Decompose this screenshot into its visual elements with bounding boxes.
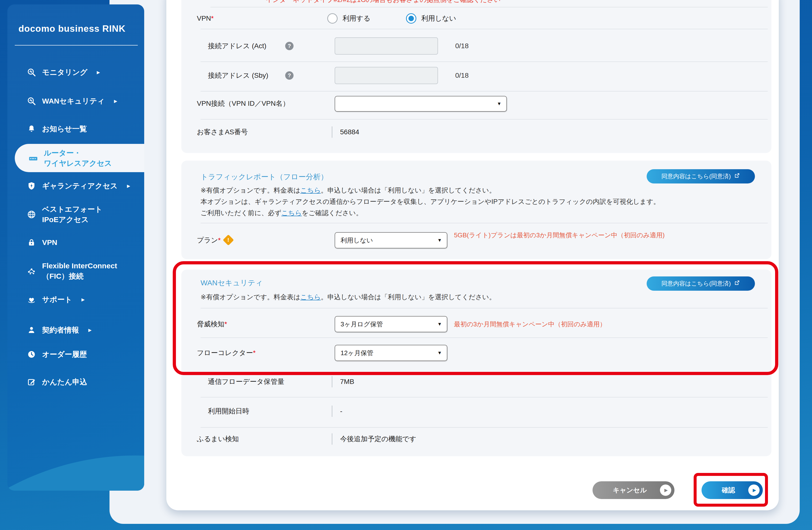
vpn-label: VPN* [197,13,214,24]
behavior-detection-value: 今後追加予定の機能です [340,434,416,444]
divider [201,223,768,223]
sidebar-item-order-history[interactable]: オーダー履歴 [26,349,87,359]
sidebar-item-contractor-info[interactable]: 契約者情報▶ [26,325,91,335]
sidebar-item-vpn[interactable]: VPN [26,237,57,248]
vpn-no-use-radio[interactable] [406,13,416,24]
sidebar-item-support[interactable]: サポート▶ [26,294,85,305]
divider [201,119,768,119]
bell-icon [26,124,37,133]
vpn-connect-select[interactable]: ▼ [335,96,507,112]
divider [201,308,768,308]
vpn-use-radio[interactable] [327,13,338,24]
chevron-down-icon: ▼ [437,238,442,243]
plan-label: プラン* [197,235,221,246]
sidebar-item-router-wireless[interactable]: ルーター・ワイヤレスアクセス [15,144,144,172]
chevron-down-icon: ▼ [497,101,502,106]
threat-detection-label: 脅威検知* [197,319,227,329]
edit-icon [26,378,37,386]
traffic-note-1: ※有償オプションです。料金表はこちら。申込しない場合は「利用しない」を選択してく… [201,186,496,195]
search-pulse-icon [26,68,37,77]
sidebar-item-label: サポート [42,294,72,305]
sidebar-item-label: WANセキュリティ [42,96,105,106]
divider [201,337,768,338]
play-circle-icon: ▶ [748,485,759,496]
as-number-value: 56884 [340,127,359,137]
required-mark: * [253,349,256,357]
required-mark: * [224,320,227,328]
wansec-agreement-button[interactable]: 同意内容はこちら(同意済) [647,277,755,291]
traffic-agreement-button[interactable]: 同意内容はこちら(同意済) [647,169,755,183]
router-icon [28,153,39,163]
vpn-use-radio-label: 利用する [343,13,370,24]
sidebar-item-label: オーダー履歴 [42,349,87,359]
sidebar-item-fic[interactable]: Flexible InterConnect（FIC）接続 [26,261,117,281]
required-mark: * [218,236,221,244]
play-circle-icon: ▶ [660,485,671,496]
flow-collector-select[interactable]: 12ヶ月保管 ▼ [335,345,447,361]
sidebar-divider [15,45,138,45]
sidebar-item-best-effort-ipoe[interactable]: ベストエフォートIPoEアクセス [26,204,102,225]
sidebar-item-label: VPN [42,237,57,248]
help-icon[interactable]: ? [285,71,293,80]
sidebar-item-label: ベストエフォートIPoEアクセス [42,204,102,225]
help-icon[interactable]: ? [285,42,293,50]
chevron-right-icon: ▶ [88,328,91,333]
chevron-right-icon: ▶ [97,70,100,75]
sidebar-item-notices[interactable]: お知らせ一覧 [26,124,87,134]
shield-bolt-icon [26,181,37,190]
lock-icon [26,238,37,247]
network-icon [26,266,37,276]
price-table-link[interactable]: こちら [301,293,321,301]
external-link-icon [734,280,740,288]
vpn-connect-label: VPN接続（VPN ID／VPN名） [197,98,290,109]
clipped-campaign-note: インターネットタイプ#2/#2は1Gの場合もお客さまの拠点側をご確認ください [266,0,541,4]
sidebar-item-label: お知らせ一覧 [42,124,87,134]
divider [201,29,768,29]
act-address-label: 接続アドレス (Act) [208,41,266,51]
flow-storage-label: 通信フローデータ保管量 [208,377,285,387]
sidebar-item-monitoring[interactable]: モニタリング▶ [26,67,100,77]
sidebar-item-guarantee-access[interactable]: ギャランティアクセス▶ [26,181,130,191]
sidebar-item-label: かんたん申込 [42,377,87,387]
sby-address-input[interactable] [335,67,438,84]
app-root: docomo business RINK モニタリング▶WANセキュリティ▶お知… [0,0,812,530]
flow-storage-value: 7MB [340,377,354,387]
plan-select[interactable]: 利用しない ▼ [335,232,447,248]
sidebar: docomo business RINK モニタリング▶WANセキュリティ▶お知… [8,4,144,491]
search-pulse-icon [26,97,37,106]
value-separator [332,433,332,445]
confirm-button[interactable]: 確認 ▶ [701,481,763,499]
clock-icon [26,350,37,359]
as-number-label: お客さまAS番号 [197,127,248,137]
sidebar-item-label: Flexible InterConnect（FIC）接続 [42,261,117,281]
vpn-form-section [182,0,771,153]
value-separator [332,127,332,138]
sidebar-item-label: モニタリング [42,67,87,77]
act-address-counter: 0/18 [455,41,469,51]
cancel-button[interactable]: キャンセル ▶ [593,481,675,499]
divider [201,91,768,91]
price-table-link[interactable]: こちら [301,187,321,194]
divider [211,7,768,8]
external-link-icon [734,173,740,180]
app-title: docomo business RINK [18,24,126,34]
start-date-label: 利用開始日時 [208,406,249,416]
divider [201,397,768,397]
wansec-note: ※有償オプションです。料金表はこちら。申込しない場合は「利用しない」を選択してく… [201,292,496,302]
vpn-no-use-radio-label: 利用しない [421,13,456,24]
person-icon [26,326,37,335]
threat-detection-select[interactable]: 3ヶ月ログ保管 ▼ [335,316,447,332]
value-separator [332,406,332,417]
sidebar-item-easy-apply[interactable]: かんたん申込 [26,377,87,387]
chevron-right-icon: ▶ [114,99,117,104]
behavior-detection-label: ふるまい検知 [197,434,239,444]
required-mark: * [211,15,214,22]
act-address-input[interactable] [335,38,438,55]
sidebar-item-wan-security[interactable]: WANセキュリティ▶ [26,96,117,106]
confirm-here-link[interactable]: こちら [281,209,302,217]
chevron-down-icon: ▼ [437,321,442,327]
value-separator [332,376,332,387]
wansec-section-title: WANセキュリティ [201,278,263,288]
plan-campaign-note: 5GB(ライト)プランは最初の3か月間無償キャンペーン中（初回のみ適用) [454,231,767,239]
sidebar-item-label: ギャランティアクセス [42,181,118,191]
